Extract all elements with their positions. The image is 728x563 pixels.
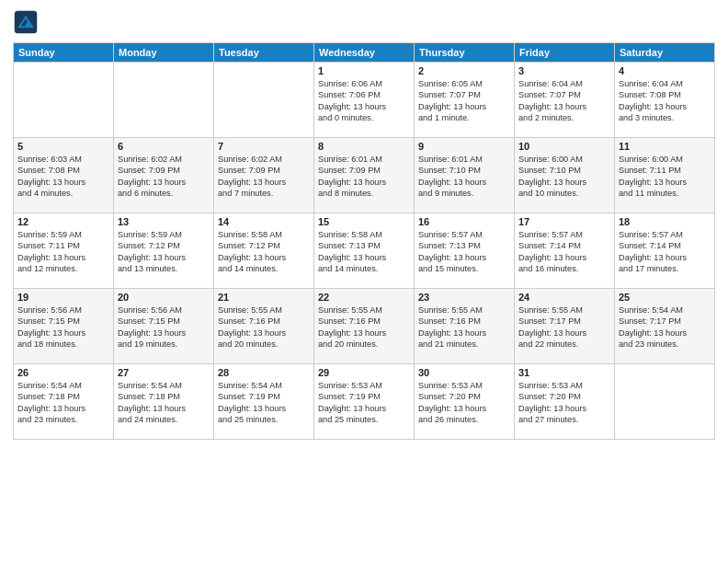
day-number: 13	[118, 216, 210, 227]
calendar: SundayMondayTuesdayWednesdayThursdayFrid…	[13, 42, 715, 440]
week-row-2: 12Sunrise: 5:59 AM Sunset: 7:11 PM Dayli…	[14, 213, 715, 289]
day-number: 14	[218, 216, 310, 227]
day-info: Sunrise: 6:06 AM Sunset: 7:06 PM Dayligh…	[318, 78, 410, 124]
calendar-cell: 7Sunrise: 6:02 AM Sunset: 7:09 PM Daylig…	[214, 138, 314, 213]
calendar-cell: 2Sunrise: 6:05 AM Sunset: 7:07 PM Daylig…	[415, 63, 515, 138]
day-info: Sunrise: 5:55 AM Sunset: 7:16 PM Dayligh…	[218, 304, 310, 350]
day-info: Sunrise: 5:54 AM Sunset: 7:19 PM Dayligh…	[218, 380, 310, 426]
day-info: Sunrise: 5:59 AM Sunset: 7:12 PM Dayligh…	[118, 229, 210, 275]
calendar-cell: 15Sunrise: 5:58 AM Sunset: 7:13 PM Dayli…	[314, 213, 415, 289]
day-info: Sunrise: 5:58 AM Sunset: 7:12 PM Dayligh…	[218, 229, 310, 275]
calendar-cell: 4Sunrise: 6:04 AM Sunset: 7:08 PM Daylig…	[615, 63, 715, 138]
calendar-cell: 27Sunrise: 5:54 AM Sunset: 7:18 PM Dayli…	[114, 364, 214, 440]
day-info: Sunrise: 5:53 AM Sunset: 7:20 PM Dayligh…	[518, 380, 610, 426]
day-number: 24	[518, 292, 610, 303]
day-number: 15	[318, 216, 410, 227]
header-day-wednesday: Wednesday	[314, 43, 415, 63]
header-row: SundayMondayTuesdayWednesdayThursdayFrid…	[14, 43, 715, 63]
day-number: 28	[218, 367, 310, 378]
calendar-cell: 25Sunrise: 5:54 AM Sunset: 7:17 PM Dayli…	[615, 289, 715, 364]
calendar-cell	[14, 63, 114, 138]
header-day-monday: Monday	[114, 43, 214, 63]
header	[13, 9, 715, 35]
day-number: 4	[619, 65, 711, 76]
day-number: 17	[518, 216, 610, 227]
day-info: Sunrise: 5:57 AM Sunset: 7:14 PM Dayligh…	[619, 229, 711, 275]
day-info: Sunrise: 6:01 AM Sunset: 7:09 PM Dayligh…	[318, 154, 410, 200]
day-number: 30	[418, 367, 510, 378]
day-number: 31	[518, 367, 610, 378]
day-number: 1	[318, 65, 410, 76]
calendar-cell: 11Sunrise: 6:00 AM Sunset: 7:11 PM Dayli…	[615, 138, 715, 213]
calendar-cell: 6Sunrise: 6:02 AM Sunset: 7:09 PM Daylig…	[114, 138, 214, 213]
day-number: 25	[619, 292, 711, 303]
week-row-3: 19Sunrise: 5:56 AM Sunset: 7:15 PM Dayli…	[14, 289, 715, 364]
day-number: 16	[418, 216, 510, 227]
week-row-4: 26Sunrise: 5:54 AM Sunset: 7:18 PM Dayli…	[14, 364, 715, 440]
day-number: 3	[518, 65, 610, 76]
calendar-cell: 28Sunrise: 5:54 AM Sunset: 7:19 PM Dayli…	[214, 364, 314, 440]
calendar-cell: 17Sunrise: 5:57 AM Sunset: 7:14 PM Dayli…	[515, 213, 615, 289]
day-number: 5	[17, 141, 109, 152]
calendar-cell: 30Sunrise: 5:53 AM Sunset: 7:20 PM Dayli…	[415, 364, 515, 440]
day-info: Sunrise: 5:57 AM Sunset: 7:13 PM Dayligh…	[418, 229, 510, 275]
day-number: 27	[118, 367, 210, 378]
calendar-cell: 26Sunrise: 5:54 AM Sunset: 7:18 PM Dayli…	[14, 364, 114, 440]
day-number: 18	[619, 216, 711, 227]
calendar-cell: 22Sunrise: 5:55 AM Sunset: 7:16 PM Dayli…	[314, 289, 415, 364]
day-info: Sunrise: 6:01 AM Sunset: 7:10 PM Dayligh…	[418, 154, 510, 200]
calendar-cell: 16Sunrise: 5:57 AM Sunset: 7:13 PM Dayli…	[415, 213, 515, 289]
day-number: 7	[218, 141, 310, 152]
header-day-sunday: Sunday	[14, 43, 114, 63]
logo-icon	[13, 9, 39, 35]
day-number: 21	[218, 292, 310, 303]
calendar-cell: 14Sunrise: 5:58 AM Sunset: 7:12 PM Dayli…	[214, 213, 314, 289]
day-number: 10	[518, 141, 610, 152]
day-number: 9	[418, 141, 510, 152]
day-number: 2	[418, 65, 510, 76]
calendar-cell: 5Sunrise: 6:03 AM Sunset: 7:08 PM Daylig…	[14, 138, 114, 213]
calendar-cell: 19Sunrise: 5:56 AM Sunset: 7:15 PM Dayli…	[14, 289, 114, 364]
calendar-cell: 24Sunrise: 5:55 AM Sunset: 7:17 PM Dayli…	[515, 289, 615, 364]
day-info: Sunrise: 5:53 AM Sunset: 7:20 PM Dayligh…	[418, 380, 510, 426]
week-row-1: 5Sunrise: 6:03 AM Sunset: 7:08 PM Daylig…	[14, 138, 715, 213]
day-info: Sunrise: 6:02 AM Sunset: 7:09 PM Dayligh…	[218, 154, 310, 200]
calendar-cell	[114, 63, 214, 138]
calendar-cell: 23Sunrise: 5:55 AM Sunset: 7:16 PM Dayli…	[415, 289, 515, 364]
day-info: Sunrise: 6:04 AM Sunset: 7:07 PM Dayligh…	[518, 78, 610, 124]
day-info: Sunrise: 6:03 AM Sunset: 7:08 PM Dayligh…	[17, 154, 109, 200]
day-number: 29	[318, 367, 410, 378]
calendar-cell: 1Sunrise: 6:06 AM Sunset: 7:06 PM Daylig…	[314, 63, 415, 138]
day-number: 19	[17, 292, 109, 303]
day-number: 11	[619, 141, 711, 152]
day-info: Sunrise: 6:05 AM Sunset: 7:07 PM Dayligh…	[418, 78, 510, 124]
day-info: Sunrise: 5:53 AM Sunset: 7:19 PM Dayligh…	[318, 380, 410, 426]
day-info: Sunrise: 5:54 AM Sunset: 7:18 PM Dayligh…	[17, 380, 109, 426]
header-day-saturday: Saturday	[615, 43, 715, 63]
calendar-body: 1Sunrise: 6:06 AM Sunset: 7:06 PM Daylig…	[14, 63, 715, 440]
calendar-header: SundayMondayTuesdayWednesdayThursdayFrid…	[14, 43, 715, 63]
calendar-cell: 12Sunrise: 5:59 AM Sunset: 7:11 PM Dayli…	[14, 213, 114, 289]
day-number: 22	[318, 292, 410, 303]
day-info: Sunrise: 6:00 AM Sunset: 7:11 PM Dayligh…	[619, 154, 711, 200]
day-number: 20	[118, 292, 210, 303]
calendar-cell: 13Sunrise: 5:59 AM Sunset: 7:12 PM Dayli…	[114, 213, 214, 289]
calendar-cell: 9Sunrise: 6:01 AM Sunset: 7:10 PM Daylig…	[415, 138, 515, 213]
day-info: Sunrise: 5:54 AM Sunset: 7:18 PM Dayligh…	[118, 380, 210, 426]
day-number: 8	[318, 141, 410, 152]
logo	[13, 9, 42, 35]
page: SundayMondayTuesdayWednesdayThursdayFrid…	[0, 0, 728, 563]
calendar-cell	[214, 63, 314, 138]
calendar-cell: 10Sunrise: 6:00 AM Sunset: 7:10 PM Dayli…	[515, 138, 615, 213]
day-number: 12	[17, 216, 109, 227]
day-info: Sunrise: 5:56 AM Sunset: 7:15 PM Dayligh…	[118, 304, 210, 350]
day-info: Sunrise: 5:57 AM Sunset: 7:14 PM Dayligh…	[518, 229, 610, 275]
day-info: Sunrise: 5:55 AM Sunset: 7:16 PM Dayligh…	[418, 304, 510, 350]
calendar-cell: 29Sunrise: 5:53 AM Sunset: 7:19 PM Dayli…	[314, 364, 415, 440]
day-info: Sunrise: 5:58 AM Sunset: 7:13 PM Dayligh…	[318, 229, 410, 275]
header-day-tuesday: Tuesday	[214, 43, 314, 63]
calendar-cell: 8Sunrise: 6:01 AM Sunset: 7:09 PM Daylig…	[314, 138, 415, 213]
day-number: 26	[17, 367, 109, 378]
day-info: Sunrise: 6:00 AM Sunset: 7:10 PM Dayligh…	[518, 154, 610, 200]
calendar-cell: 3Sunrise: 6:04 AM Sunset: 7:07 PM Daylig…	[515, 63, 615, 138]
